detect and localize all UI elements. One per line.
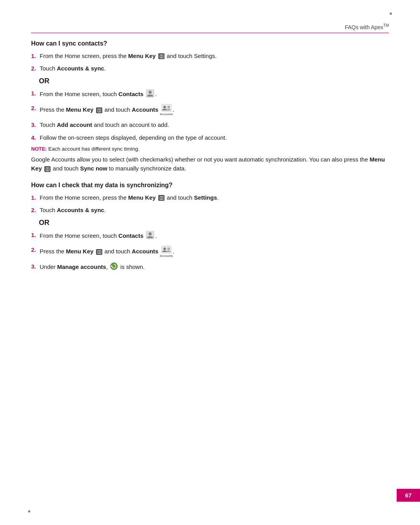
step-item: 2. Press the Menu Key ◫ and touch Accoun… <box>31 246 389 258</box>
bold-menu-key-s2: Menu Key <box>128 194 156 201</box>
page-number-badge: 67 <box>397 489 420 502</box>
bold-menu-key: Menu Key <box>128 53 156 59</box>
manage-sync-icon <box>110 262 118 273</box>
contacts-icon <box>146 89 154 100</box>
section1-title: How can I sync contacts? <box>31 40 389 47</box>
section2-title: How can I check that my data is synchron… <box>31 182 389 189</box>
step-content-2a: Touch Accounts & sync. <box>40 64 389 73</box>
bold-sync-now: Sync now <box>80 165 107 172</box>
svg-point-9 <box>167 248 170 250</box>
step-content-s2-2b: Press the Menu Key ◫ and touch Accounts … <box>40 246 389 258</box>
menu-key-icon-2: ◫ <box>96 107 102 113</box>
menu-key-icon: ◫ <box>158 53 164 59</box>
section2-steps-a: 1. From the Home screen, press the Menu … <box>31 193 389 215</box>
step-item: 3. Touch Add account and touch an accoun… <box>31 121 389 130</box>
step-number-3b: 3. <box>31 121 38 130</box>
trademark-superscript: TM <box>383 23 389 28</box>
step-item: 1. From the Home screen, touch Contacts … <box>31 89 389 100</box>
svg-point-1 <box>149 91 152 94</box>
menu-key-icon-google: ◫ <box>44 166 51 172</box>
section1-steps-a: 1. From the Home screen, press the Menu … <box>31 52 389 73</box>
bold-contacts-s2: Contacts <box>119 232 144 239</box>
step-number-s2-1a: 1. <box>31 193 38 202</box>
dot-top-right <box>390 12 392 15</box>
step-number-4b: 4. <box>31 133 38 142</box>
bold-accounts: Accounts <box>132 107 158 113</box>
or-label-1: OR <box>39 77 389 85</box>
menu-key-icon-s2: ◫ <box>158 195 164 201</box>
menu-key-icon-s2-2b: ◫ <box>96 249 102 255</box>
note-text: Each account has different sync timing. <box>48 146 140 152</box>
accounts-label-s2: Accounts <box>160 254 173 258</box>
step-item: 1. From the Home screen, press the Menu … <box>31 52 389 61</box>
section-check-sync: How can I check that my data is synchron… <box>31 182 389 273</box>
top-rule <box>31 33 389 33</box>
accounts-icon-s2: Accounts <box>160 246 173 258</box>
step-number-s2-2a: 2. <box>31 206 38 215</box>
bold-accounts-sync: Accounts & sync <box>57 65 104 72</box>
google-para: Google Accounts allow you to select (wit… <box>31 155 389 173</box>
step-number-2b: 2. <box>31 104 38 113</box>
svg-point-6 <box>149 232 152 235</box>
step-number-2a: 2. <box>31 64 38 73</box>
step-number-s2-1b: 1. <box>31 231 38 240</box>
section2-steps-b: 1. From the Home screen, touch Contacts … <box>31 231 389 273</box>
step-content-s2-1b: From the Home screen, touch Contacts . <box>40 231 389 242</box>
step-content-s2-1a: From the Home screen, press the Menu Key… <box>40 193 389 202</box>
step-content-s2-2a: Touch Accounts & sync. <box>40 206 389 215</box>
bold-settings-s2: Settings <box>194 194 217 201</box>
note-label: NOTE: <box>31 146 47 152</box>
section-sync-contacts: How can I sync contacts? 1. From the Hom… <box>31 40 389 173</box>
accounts-label: Accounts <box>160 112 173 117</box>
note-block: NOTE: Each account has different sync ti… <box>31 146 389 152</box>
page: FAQs with ApexTM How can I sync contacts… <box>0 0 420 525</box>
svg-point-4 <box>167 106 170 109</box>
section1-steps-b: 1. From the Home screen, touch Contacts … <box>31 89 389 142</box>
step-item: 1. From the Home screen, press the Menu … <box>31 193 389 202</box>
step-item: 2. Press the Menu Key ◫ and touch Accoun… <box>31 104 389 117</box>
svg-point-8 <box>163 248 166 250</box>
step-content-3b: Touch Add account and touch an account t… <box>40 121 389 130</box>
step-item: 1. From the Home screen, touch Contacts … <box>31 231 389 242</box>
step-number-1b: 1. <box>31 89 38 98</box>
step-item: 2. Touch Accounts & sync. <box>31 64 389 73</box>
step-content-1a: From the Home screen, press the Menu Key… <box>40 52 389 61</box>
bold-accounts-sync-s2: Accounts & sync <box>57 207 104 213</box>
step-item: 3. Under Manage accounts, is shown. <box>31 262 389 273</box>
step-item: 4. Follow the on-screen steps displayed,… <box>31 133 389 142</box>
step-item: 2. Touch Accounts & sync. <box>31 206 389 215</box>
step-content-s2-3b: Under Manage accounts, is shown. <box>40 262 389 273</box>
svg-point-3 <box>163 106 166 109</box>
accounts-icon: Accounts <box>160 104 173 117</box>
bold-manage-accounts: Manage accounts <box>57 263 106 270</box>
step-number-s2-2b: 2. <box>31 246 38 255</box>
or-label-2: OR <box>39 219 389 227</box>
bold-menu-key-s2-2b: Menu Key <box>66 248 94 255</box>
bold-accounts-s2: Accounts <box>132 248 158 255</box>
bold-add-account: Add account <box>57 121 92 128</box>
bold-contacts: Contacts <box>119 91 144 97</box>
dot-bottom-left <box>28 510 30 513</box>
contacts-icon-s2 <box>146 231 154 242</box>
step-content-2b: Press the Menu Key ◫ and touch Accounts … <box>40 104 389 117</box>
step-content-1b: From the Home screen, touch Contacts . <box>40 89 389 100</box>
bold-menu-key-2: Menu Key <box>66 107 94 113</box>
step-number-1a: 1. <box>31 52 38 61</box>
step-number-s2-3b: 3. <box>31 262 38 271</box>
step-content-4b: Follow the on-screen steps displayed, de… <box>40 133 389 142</box>
header-title: FAQs with ApexTM <box>345 23 389 30</box>
header-area: FAQs with ApexTM <box>31 23 389 30</box>
